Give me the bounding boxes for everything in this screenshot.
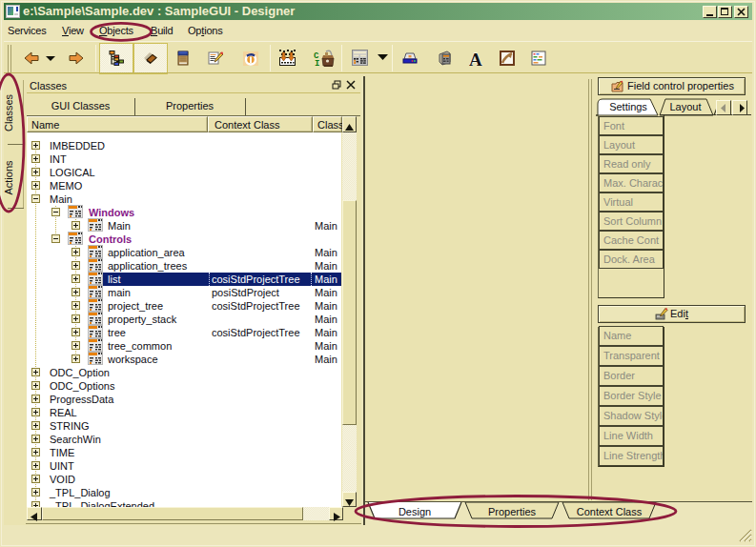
svg-text:A: A: [469, 51, 482, 66]
svg-text:I: I: [315, 59, 319, 67]
